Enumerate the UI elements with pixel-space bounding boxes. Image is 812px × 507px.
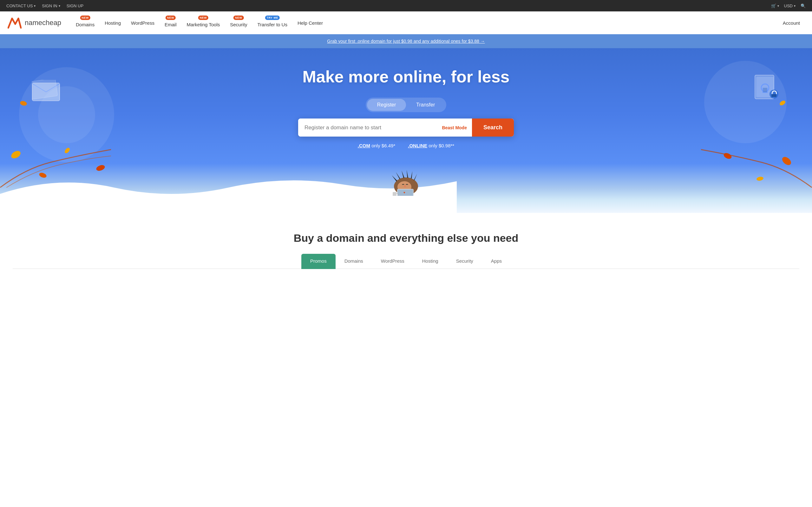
tab-transfer[interactable]: Transfer — [406, 99, 445, 111]
nav-email-label: Email — [165, 22, 177, 27]
com-link[interactable]: .COM — [358, 143, 370, 148]
nav-item-marketing[interactable]: NEW Marketing Tools — [182, 16, 224, 30]
svg-rect-20 — [398, 189, 413, 196]
online-price: only $0.98** — [428, 143, 454, 148]
deco-lock — [752, 73, 780, 102]
search-icon: 🔍 — [801, 3, 806, 8]
signin-caret: ▾ — [59, 4, 60, 8]
transfer-badge: TRY ME — [265, 15, 280, 20]
nav-account-label: Account — [783, 20, 800, 26]
tab-domains[interactable]: Domains — [336, 254, 372, 269]
search-button[interactable]: Search — [472, 118, 514, 136]
nav-transfer-label: Transfer to Us — [257, 22, 287, 27]
hedgehog-mascot: ♥ — [387, 164, 425, 197]
svg-point-18 — [404, 185, 406, 187]
top-bar-left: CONTACT US ▾ SIGN IN ▾ SIGN UP — [6, 3, 84, 8]
tab-security[interactable]: Security — [447, 254, 482, 269]
online-pricing: .ONLINE only $0.98** — [408, 143, 454, 148]
nav-item-transfer[interactable]: TRY ME Transfer to Us — [253, 16, 292, 30]
sign-in-label: SIGN IN — [42, 3, 57, 8]
svg-point-10 — [20, 100, 28, 106]
logo-icon — [8, 17, 21, 29]
marketing-badge: NEW — [198, 15, 209, 20]
beast-mode-button[interactable]: Beast Mode — [437, 118, 472, 136]
leaf-4 — [19, 99, 28, 109]
cart-link[interactable]: 🛒 ▾ — [771, 3, 779, 8]
nav-items: NEW Domains Hosting WordPress NEW Email … — [71, 16, 804, 30]
contact-caret: ▾ — [34, 4, 36, 8]
tab-register[interactable]: Register — [367, 99, 406, 111]
domains-badge: NEW — [80, 15, 90, 20]
online-link[interactable]: .ONLINE — [408, 143, 427, 148]
sign-up-label: SIGN UP — [67, 3, 84, 8]
promo-link[interactable]: Grab your first .online domain for just … — [327, 39, 485, 44]
logo-text: namecheap — [25, 19, 61, 27]
vine-right — [701, 130, 812, 187]
com-price: only $6.49* — [371, 143, 395, 148]
com-tld: .COM — [358, 143, 370, 148]
nav-helpcenter-label: Help Center — [298, 20, 323, 26]
contact-us-label: CONTACT US — [6, 3, 33, 8]
top-bar: CONTACT US ▾ SIGN IN ▾ SIGN UP 🛒 ▾ USD ▾… — [0, 0, 812, 11]
hero-section: Make more online, for less Register Tran… — [0, 48, 812, 213]
com-pricing: .COM only $6.49* — [358, 143, 395, 148]
nav-item-domains[interactable]: NEW Domains — [71, 16, 99, 30]
nav-item-account[interactable]: Account — [778, 18, 804, 28]
tab-promos[interactable]: Promos — [301, 254, 336, 269]
domain-tabs: Register Transfer — [366, 98, 447, 112]
top-bar-right: 🛒 ▾ USD ▾ 🔍 — [771, 3, 806, 8]
cart-caret: ▾ — [777, 4, 779, 8]
currency-caret: ▾ — [794, 4, 796, 8]
nav-wordpress-label: WordPress — [131, 20, 154, 26]
nav-item-wordpress[interactable]: WordPress — [126, 18, 159, 28]
vine-left — [0, 130, 111, 187]
sign-in-link[interactable]: SIGN IN ▾ — [42, 3, 60, 8]
bottom-tabs: Promos Domains WordPress Hosting Securit… — [13, 254, 799, 269]
below-hero-title: Buy a domain and everything else you nee… — [13, 232, 799, 244]
currency-label: USD — [784, 3, 793, 8]
nav-item-hosting[interactable]: Hosting — [100, 18, 125, 28]
online-tld: .ONLINE — [408, 143, 427, 148]
domain-pricing: .COM only $6.49* .ONLINE only $0.98** — [358, 143, 454, 148]
contact-us-link[interactable]: CONTACT US ▾ — [6, 3, 36, 8]
svg-text:♥: ♥ — [403, 191, 405, 194]
tab-hosting[interactable]: Hosting — [413, 254, 447, 269]
promo-text: Grab your first .online domain for just … — [327, 39, 485, 44]
tab-apps[interactable]: Apps — [482, 254, 511, 269]
currency-selector[interactable]: USD ▾ — [784, 3, 796, 8]
promo-banner: Grab your first .online domain for just … — [0, 34, 812, 48]
nav-item-email[interactable]: NEW Email — [160, 16, 181, 30]
search-bar: Beast Mode Search — [298, 118, 514, 136]
nav-item-security[interactable]: NEW Security — [225, 16, 252, 30]
email-badge: NEW — [165, 15, 176, 20]
domain-search-input[interactable] — [298, 118, 437, 136]
search-link[interactable]: 🔍 — [801, 3, 806, 8]
logo-link[interactable]: namecheap — [8, 17, 61, 29]
nav-domains-label: Domains — [76, 22, 95, 27]
hero-title: Make more online, for less — [302, 67, 509, 86]
deco-envelope — [32, 80, 60, 102]
below-hero: Buy a domain and everything else you nee… — [0, 213, 812, 279]
nav-item-helpcenter[interactable]: Help Center — [293, 18, 327, 28]
security-badge: NEW — [234, 15, 244, 20]
cart-icon: 🛒 — [771, 3, 776, 8]
tab-wordpress[interactable]: WordPress — [372, 254, 413, 269]
nav-marketing-label: Marketing Tools — [187, 22, 220, 27]
sign-up-link[interactable]: SIGN UP — [67, 3, 84, 8]
nav-hosting-label: Hosting — [105, 20, 121, 26]
svg-rect-22 — [393, 192, 397, 196]
nav-security-label: Security — [230, 22, 247, 27]
main-nav: namecheap NEW Domains Hosting WordPress … — [0, 11, 812, 34]
